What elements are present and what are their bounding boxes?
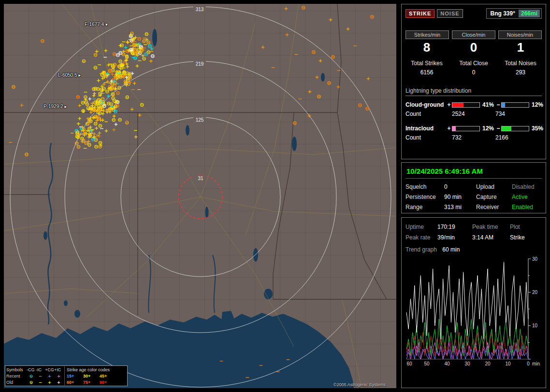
map-legend: Symbols -CG -IC +CG +IC Recent ⊖ − + + O…: [5, 365, 128, 386]
storm-cell-label: P-1929 2 ▸: [43, 104, 67, 109]
svg-text:30: 30: [532, 257, 538, 262]
ic-positive-count: 732: [452, 134, 495, 141]
close-per-min-value: 0: [452, 40, 495, 55]
map-canvas[interactable]: 31321912531 Symbols -CG -IC +CG +IC Rece…: [4, 4, 396, 388]
receiver-label: Receiver: [476, 204, 512, 210]
toolbar: STRIKE NOISE Bng 339° 266mi: [405, 8, 542, 19]
range-value: 313 mi: [444, 204, 476, 210]
svg-text:30: 30: [464, 361, 470, 366]
receiver-status: Enabled: [512, 204, 542, 210]
ic-positive-bar: [452, 126, 480, 131]
minus-sign: −: [495, 101, 501, 108]
trend-graph-window: 60 min: [442, 246, 460, 253]
svg-text:min: min: [532, 361, 540, 366]
svg-text:50: 50: [424, 361, 430, 366]
squelch-value: 0: [444, 183, 476, 190]
cg-positive-count: 2524: [452, 111, 495, 117]
storm-cell-label: F-1677 4 ▾: [85, 22, 108, 27]
panel-status: 10/24/2025 6:49:16 AM Squelch 0 Upload D…: [401, 162, 546, 213]
peak-rate-label: Peak rate: [405, 234, 437, 241]
plus-sign: +: [446, 101, 452, 108]
capture-label: Capture: [476, 194, 512, 200]
bearing-value: Bng 339°: [490, 10, 515, 17]
age-60: 60+: [67, 380, 83, 385]
noises-per-min-value: 1: [499, 40, 542, 55]
upload-status: Disabled: [512, 183, 542, 190]
state-borders: [4, 4, 396, 315]
trend-graph-row: Trend graph 60 min: [405, 246, 542, 253]
total-close-value: 0: [452, 69, 495, 76]
capture-status: Active: [512, 194, 542, 200]
ic-positive-pct: 12%: [480, 125, 495, 132]
session-grid: Uptime 170:19 Peak time Plot Peak rate 3…: [405, 224, 542, 241]
svg-text:10: 10: [532, 323, 538, 328]
legend-col-pos-cg: +CG: [45, 367, 54, 372]
datetime-display: 10/24/2025 6:49:16 AM: [405, 167, 542, 179]
strike-age-header: Strike age color codes: [67, 367, 116, 372]
cloud-ground-row: Cloud-ground + 41% − 12%: [405, 100, 542, 110]
legend-col-neg-ic: -IC: [36, 367, 45, 372]
total-noises-value: 293: [499, 69, 542, 76]
cg-negative-bar: [501, 102, 529, 108]
cloud-ground-count-row: Count 2524 734: [405, 110, 542, 118]
cloud-ground-label: Cloud-ground: [405, 101, 446, 108]
age-75: 75+: [83, 380, 100, 385]
svg-text:20: 20: [485, 361, 491, 366]
peak-time-value: 3:14 AM: [472, 234, 510, 241]
age-15: 15+: [67, 374, 83, 378]
legend-col-neg-cg: -CG: [27, 367, 36, 372]
count-label: Count: [405, 134, 446, 141]
total-close-label: Total Close: [452, 60, 495, 67]
count-label: Count: [405, 111, 446, 117]
panel-strike-stats: STRIKE NOISE Bng 339° 266mi Strikes/min …: [401, 4, 546, 159]
water-bodies: [4, 29, 354, 388]
old-pos-ic-icon: +: [54, 380, 63, 385]
legend-row-recent: Recent: [6, 374, 27, 378]
total-noises-label: Total Noises: [499, 60, 542, 67]
recent-neg-cg-icon: ⊖: [27, 374, 36, 378]
peak-time-label: Peak time: [472, 224, 510, 230]
close-per-min-header[interactable]: Close/min: [452, 30, 495, 39]
noises-per-min-header[interactable]: Noises/min: [498, 30, 542, 39]
map-svg: 31321912531: [4, 4, 396, 388]
intracloud-count-row: Count 732 2166: [405, 133, 542, 142]
intracloud-label: Intracloud: [405, 125, 446, 132]
strike-button[interactable]: STRIKE: [405, 9, 434, 18]
svg-text:10: 10: [505, 361, 511, 366]
plus-sign: +: [446, 125, 452, 132]
range-label: Range: [405, 204, 444, 210]
old-neg-ic-icon: −: [36, 380, 45, 385]
distance-badge: 266mi: [519, 10, 540, 17]
svg-text:40: 40: [444, 361, 450, 366]
ic-negative-pct: 35%: [529, 125, 542, 132]
bearing-readout: Bng 339° 266mi: [486, 8, 542, 19]
persistence-label: Persistence: [405, 194, 444, 200]
squelch-label: Squelch: [405, 183, 444, 190]
strikes-per-min-header[interactable]: Strikes/min: [405, 30, 449, 39]
age-30: 30+: [83, 374, 100, 378]
noise-button[interactable]: NOISE: [437, 9, 463, 18]
recent-pos-ic-icon: +: [54, 374, 63, 378]
plot-value: Strike: [510, 234, 542, 241]
svg-text:313: 313: [196, 7, 204, 12]
persistence-value: 90 min: [444, 194, 476, 200]
strikes-per-min-value: 8: [405, 40, 448, 55]
distribution-title: Lightning type distribution: [405, 87, 542, 94]
cg-positive-pct: 41%: [480, 101, 495, 108]
status-grid: Squelch 0 Upload Disabled Persistence 90…: [405, 183, 542, 210]
peak-rate-value: 39/min: [437, 234, 472, 241]
recent-pos-cg-icon: +: [45, 374, 54, 378]
age-90: 90+: [100, 380, 116, 385]
legend-col-pos-ic: +IC: [54, 367, 63, 372]
minus-sign: −: [495, 125, 501, 132]
trend-graph: 3020106050403020100min: [405, 257, 542, 369]
svg-text:60: 60: [406, 361, 412, 366]
recent-neg-ic-icon: −: [36, 374, 45, 378]
svg-text:219: 219: [196, 61, 204, 67]
ring-labels-layer: 31321912531: [193, 6, 207, 181]
ic-negative-bar: [501, 126, 529, 131]
old-neg-cg-icon: ⊖: [27, 380, 36, 385]
cg-negative-count: 734: [495, 111, 542, 117]
svg-text:125: 125: [196, 117, 204, 123]
total-strikes-value: 6156: [405, 69, 448, 76]
